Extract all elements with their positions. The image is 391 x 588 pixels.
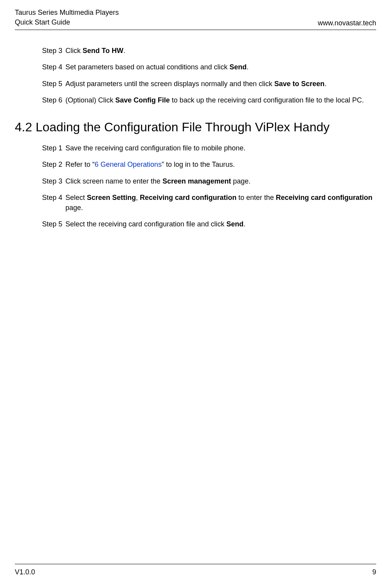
text-span: Adjust parameters until the screen displ… bbox=[65, 80, 274, 88]
text-span: to enter the bbox=[236, 194, 276, 201]
step-label: Step 5 bbox=[42, 79, 65, 89]
section-heading-4-2: 4.2 Loading the Configuration File Throu… bbox=[15, 119, 376, 136]
step-body: Adjust parameters until the screen displ… bbox=[65, 79, 376, 89]
step-label: Step 1 bbox=[42, 143, 65, 153]
step-row: Step 6(Optional) Click Save Config File … bbox=[42, 95, 376, 105]
doc-title-line1: Taurus Series Multimedia Players bbox=[15, 8, 119, 18]
text-span: Receiving card configuration bbox=[276, 194, 372, 201]
step-body: (Optional) Click Save Config File to bac… bbox=[65, 95, 376, 105]
section-a-steps: Step 3Click Send To HW.Step 4Set paramet… bbox=[42, 46, 376, 105]
header-left: Taurus Series Multimedia Players Quick S… bbox=[15, 8, 119, 27]
step-row: Step 5Adjust parameters until the screen… bbox=[42, 79, 376, 89]
text-span: to back up the receiving card configurat… bbox=[170, 96, 364, 104]
doc-title-line2: Quick Start Guide bbox=[15, 18, 119, 27]
step-row: Step 3Click Send To HW. bbox=[42, 46, 376, 56]
text-span: page. bbox=[65, 204, 83, 212]
content: Step 3Click Send To HW.Step 4Set paramet… bbox=[15, 46, 376, 564]
step-label: Step 4 bbox=[42, 192, 65, 213]
text-span: Send bbox=[226, 220, 243, 228]
step-label: Step 3 bbox=[42, 176, 65, 186]
text-span: (Optional) Click bbox=[65, 96, 115, 104]
text-span: Send To HW bbox=[83, 47, 123, 55]
step-body: Set parameters based on actual condition… bbox=[65, 62, 376, 72]
step-row: Step 4Set parameters based on actual con… bbox=[42, 62, 376, 72]
text-span: ” to log in to the Taurus. bbox=[162, 161, 235, 168]
step-row: Step 4Select Screen Setting, Receiving c… bbox=[42, 192, 376, 213]
section-b-steps: Step 1Save the receiving card configurat… bbox=[42, 143, 376, 229]
step-label: Step 3 bbox=[42, 46, 65, 56]
text-span: Click bbox=[65, 47, 83, 55]
text-span: Set parameters based on actual condition… bbox=[65, 63, 229, 71]
text-span: page. bbox=[231, 177, 250, 185]
header-url: www.novastar.tech bbox=[318, 19, 376, 27]
page-header: Taurus Series Multimedia Players Quick S… bbox=[15, 8, 376, 30]
step-body: Select Screen Setting, Receiving card co… bbox=[65, 192, 376, 213]
text-span: Click screen name to enter the bbox=[65, 177, 162, 185]
text-span: Screen management bbox=[162, 177, 231, 185]
text-span: Save to Screen bbox=[274, 80, 324, 88]
step-body: Refer to “6 General Operations” to log i… bbox=[65, 159, 376, 170]
page: Taurus Series Multimedia Players Quick S… bbox=[0, 0, 391, 588]
footer-version: V1.0.0 bbox=[15, 568, 35, 576]
text-span: . bbox=[324, 80, 326, 88]
step-row: Step 1Save the receiving card configurat… bbox=[42, 143, 376, 153]
step-body: Select the receiving card configuration … bbox=[65, 219, 376, 229]
text-span: . bbox=[243, 220, 245, 228]
step-label: Step 6 bbox=[42, 95, 65, 105]
page-footer: V1.0.0 9 bbox=[15, 564, 376, 576]
step-body: Click Send To HW. bbox=[65, 46, 376, 56]
text-span: Receiving card configuration bbox=[140, 194, 236, 201]
text-span: Screen Setting bbox=[87, 194, 136, 201]
step-label: Step 4 bbox=[42, 62, 65, 72]
step-label: Step 5 bbox=[42, 219, 65, 229]
step-label: Step 2 bbox=[42, 159, 65, 170]
text-span: Send bbox=[229, 63, 247, 71]
footer-page-number: 9 bbox=[372, 568, 376, 576]
step-body: Save the receiving card configuration fi… bbox=[65, 143, 376, 153]
text-span: . bbox=[123, 47, 125, 55]
text-span: . bbox=[247, 63, 248, 71]
step-row: Step 2Refer to “6 General Operations” to… bbox=[42, 159, 376, 170]
text-span: Refer to “ bbox=[65, 161, 95, 168]
text-span: Select the receiving card configuration … bbox=[65, 220, 226, 228]
step-row: Step 5Select the receiving card configur… bbox=[42, 219, 376, 229]
step-row: Step 3Click screen name to enter the Scr… bbox=[42, 176, 376, 186]
text-span: Save Config File bbox=[115, 96, 170, 104]
text-span: Select bbox=[65, 194, 87, 201]
cross-reference-link[interactable]: 6 General Operations bbox=[95, 161, 162, 168]
step-body: Click screen name to enter the Screen ma… bbox=[65, 176, 376, 186]
text-span: Save the receiving card configuration fi… bbox=[65, 144, 245, 152]
text-span: , bbox=[136, 194, 140, 201]
